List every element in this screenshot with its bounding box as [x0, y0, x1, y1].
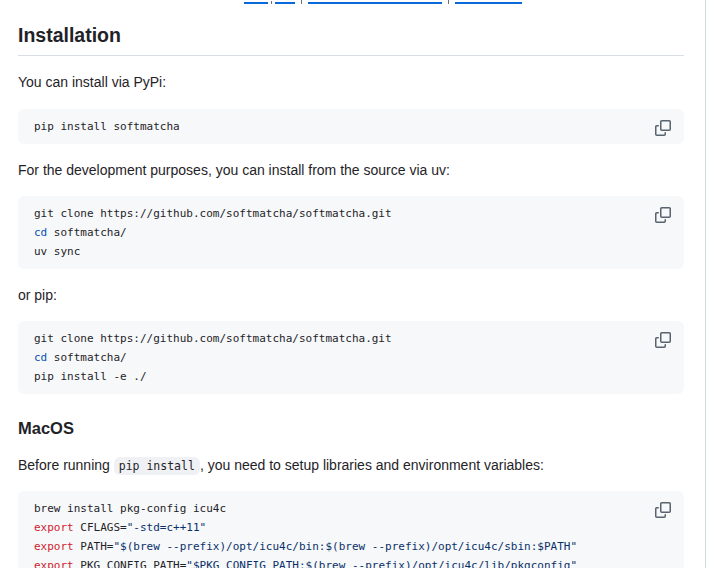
code-block-source-install-uv: git clone https://github.com/softmatcha/… [18, 196, 684, 269]
code-block-source-install-pip: git clone https://github.com/softmatcha/… [18, 321, 684, 394]
code-line: uv sync [34, 242, 668, 261]
uv-intro-text: For the development purposes, you can in… [18, 160, 684, 180]
code-content: pip install softmatcha [34, 117, 668, 136]
code-content: brew install pkg-config icu4cexport CFLA… [34, 499, 668, 568]
code-line: cd softmatcha/ [34, 223, 668, 242]
code-line: brew install pkg-config icu4c [34, 499, 668, 518]
truncated-link-underline[interactable] [308, 2, 442, 4]
truncated-link-underline[interactable] [244, 2, 268, 4]
readme-card-right-border [705, 0, 706, 568]
truncated-link-underline[interactable] [275, 2, 295, 4]
code-line: pip install softmatcha [34, 117, 668, 136]
macos-intro-text: Before running pip install, you need to … [18, 455, 684, 475]
code-content: git clone https://github.com/softmatcha/… [34, 329, 668, 386]
code-line: cd softmatcha/ [34, 348, 668, 367]
truncated-link-underline[interactable] [455, 2, 522, 4]
pip-intro-text: or pip: [18, 285, 684, 305]
code-block-macos-setup: brew install pkg-config icu4cexport CFLA… [18, 491, 684, 568]
installation-heading: Installation [18, 23, 684, 56]
macos-intro-before: Before running [18, 457, 114, 473]
code-line: git clone https://github.com/softmatcha/… [34, 329, 668, 348]
code-line: pip install -e ./ [34, 367, 668, 386]
copy-icon [655, 207, 671, 223]
code-line: export PATH="$(brew --prefix)/opt/icu4c/… [34, 537, 668, 556]
link-separator [448, 0, 449, 4]
macos-heading: MacOS [18, 418, 684, 439]
copy-button[interactable] [649, 496, 677, 524]
code-line: export PKG_CONFIG_PATH="$PKG_CONFIG_PATH… [34, 556, 668, 568]
copy-button[interactable] [649, 114, 677, 142]
pypi-intro-text: You can install via PyPi: [18, 72, 684, 92]
code-line: git clone https://github.com/softmatcha/… [34, 204, 668, 223]
copy-icon [655, 120, 671, 136]
copy-button[interactable] [649, 326, 677, 354]
copy-button[interactable] [649, 201, 677, 229]
inline-code-pip-install: pip install [114, 457, 200, 475]
link-separator [271, 1, 272, 4]
readme-content: Installation You can install via PyPi: p… [0, 23, 709, 568]
copy-icon [655, 332, 671, 348]
code-content: git clone https://github.com/softmatcha/… [34, 204, 668, 261]
copy-icon [655, 502, 671, 518]
macos-intro-after: , you need to setup libraries and enviro… [200, 457, 544, 473]
top-links-row [244, 0, 522, 4]
code-line: export CFLAGS="-std=c++11" [34, 518, 668, 537]
link-separator [301, 0, 302, 4]
code-block-pypi-install: pip install softmatcha [18, 109, 684, 144]
